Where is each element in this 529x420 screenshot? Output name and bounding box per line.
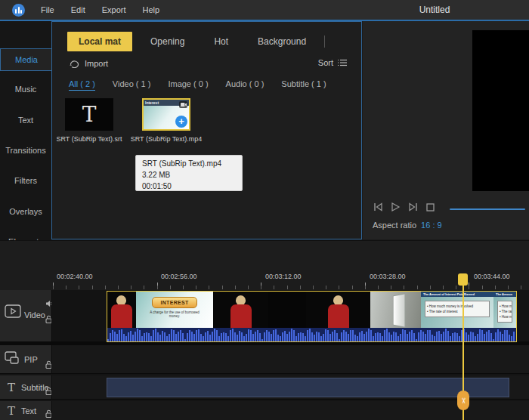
sidebar-item-overlays[interactable]: Overlays <box>0 207 51 216</box>
pip-track-label: PIP <box>24 355 38 364</box>
scissors-icon: ✂ <box>459 397 467 403</box>
video-track-icon <box>5 304 21 318</box>
ruler-timecode: 00:03:28.00 <box>370 273 406 280</box>
filter-all[interactable]: All ( 2 ) <box>69 79 95 91</box>
pip-track-lane[interactable] <box>51 345 529 374</box>
subtitle-file-icon: T <box>82 102 97 127</box>
tooltip-duration: 00:01:50 <box>142 181 236 192</box>
playhead-handle[interactable] <box>458 273 468 286</box>
import-button[interactable]: Import <box>69 58 108 68</box>
timeline-tracks: Video INTERESTA charge for the use of bo… <box>0 290 529 420</box>
filter-audio[interactable]: Audio ( 0 ) <box>226 79 264 91</box>
preview-seekbar[interactable] <box>450 208 525 210</box>
clip-segment-slide_interest: INTERESTA charge for the use of borrowed… <box>136 292 213 328</box>
media-item-srt-thumbnail[interactable]: T <box>65 98 113 131</box>
play-button[interactable] <box>389 201 401 213</box>
app-logo-icon <box>12 4 25 17</box>
media-item-video-label: SRT (SubRip Text).mp4 <box>125 135 208 143</box>
app-window: File Edit Export Help Untitled Media Mus… <box>0 0 529 420</box>
tab-opening[interactable]: Opening <box>139 32 196 51</box>
clip-segment-transition <box>370 292 421 328</box>
filter-subtitle[interactable]: Subtitle ( 1 ) <box>281 79 326 91</box>
pip-track-header: PIP <box>0 345 51 374</box>
clip-segment-slide_bullets: The Amount of Interest Paid/Earned• How … <box>421 292 493 328</box>
video-track-header: Video <box>0 290 51 342</box>
menu-export[interactable]: Export <box>94 5 135 14</box>
video-preview <box>472 30 529 191</box>
text-track-icon: T <box>8 404 15 418</box>
menu-help[interactable]: Help <box>135 5 169 14</box>
ruler-timecode: 00:03:44.00 <box>474 273 510 280</box>
filter-video[interactable]: Video ( 1 ) <box>113 79 151 91</box>
ruler-timecode: 00:03:12.00 <box>265 273 302 280</box>
timeline-ruler[interactable]: 00:02:40.00 00:02:56.00 00:03:12.00 00:0… <box>0 270 529 291</box>
media-item-tooltip: SRT (SubRip Text).mp4 3.22 MB 00:01:50 <box>135 155 243 191</box>
pip-track-icon <box>5 351 21 366</box>
text-track-header: T Text <box>0 401 51 420</box>
tab-background[interactable]: Background <box>246 32 317 51</box>
media-filter-row: All ( 2 ) Video ( 1 ) Image ( 0 ) Audio … <box>69 79 326 91</box>
ruler-minor-ticks <box>53 286 529 289</box>
sidebar-item-media[interactable]: Media <box>0 48 52 71</box>
menu-edit[interactable]: Edit <box>63 5 94 14</box>
sidebar-item-transitions[interactable]: Transitions <box>0 146 51 155</box>
import-icon <box>69 58 79 68</box>
sidebar-item-text[interactable]: Text <box>0 116 51 125</box>
edit-toolbar: ↶ ↷ ✂ Crop Zoom Mosaic Freeze Duratio <box>0 240 529 271</box>
subtitle-track-icon: T <box>8 381 15 394</box>
tooltip-filesize: 3.22 MB <box>142 169 236 181</box>
aspect-ratio-label: Aspect ratio <box>373 221 416 230</box>
video-track-label: Video <box>24 310 45 320</box>
split-scissors-handle[interactable]: ✂ <box>457 391 469 410</box>
previous-frame-button[interactable] <box>372 201 384 213</box>
sort-icon <box>337 58 348 67</box>
filter-image[interactable]: Image ( 0 ) <box>168 79 208 91</box>
video-camera-icon <box>179 101 187 108</box>
window-title: Untitled <box>348 0 521 20</box>
media-panel: Local mat Opening Hot Background Import … <box>51 21 362 239</box>
clip-segment-woman <box>107 292 136 328</box>
aspect-ratio-value[interactable]: 16 : 9 <box>421 221 442 230</box>
clip-segment-woman <box>306 292 370 328</box>
menu-file[interactable]: File <box>32 5 63 14</box>
menubar: File Edit Export Help Untitled <box>0 0 529 20</box>
audio-waveform <box>107 328 516 341</box>
media-item-video-thumbnail[interactable]: Interest + <box>142 98 190 131</box>
tab-local-mat[interactable]: Local mat <box>67 32 132 51</box>
video-clip[interactable]: INTERESTA charge for the use of borrowed… <box>107 291 517 342</box>
video-track-lane[interactable]: INTERESTA charge for the use of borrowed… <box>51 290 529 342</box>
text-track-label: Text <box>21 406 36 415</box>
tab-hot[interactable]: Hot <box>203 32 240 51</box>
sidebar-item-filters[interactable]: Filters <box>0 176 51 185</box>
import-label: Import <box>85 59 108 68</box>
aspect-ratio-row: Aspect ratio16 : 9 <box>373 221 442 230</box>
subtitle-clip[interactable] <box>107 378 509 397</box>
sidebar: Media Music Text Transitions Filters Ove… <box>0 21 51 240</box>
media-item-srt-label: SRT (SubRip Text).srt <box>48 135 131 143</box>
sort-button[interactable]: Sort <box>318 58 348 67</box>
tab-divider <box>324 36 325 48</box>
media-tabs: Local mat Opening Hot Background <box>67 32 325 51</box>
tooltip-filename: SRT (SubRip Text).mp4 <box>142 158 236 169</box>
ruler-timecode: 00:02:40.00 <box>57 273 93 280</box>
playback-controls <box>372 201 436 213</box>
clip-segment-slide_bullets2: The Amoun• How m• The rat• How m <box>493 292 516 328</box>
clip-segment-dark <box>268 292 306 328</box>
add-to-timeline-button[interactable]: + <box>175 116 187 128</box>
stop-button[interactable] <box>424 201 436 213</box>
sort-label: Sort <box>318 58 333 67</box>
preview-panel: Aspect ratio16 : 9 <box>363 21 529 239</box>
sidebar-item-music[interactable]: Music <box>0 85 51 94</box>
next-frame-button[interactable] <box>407 201 419 213</box>
subtitle-track-header: T Subtitle <box>0 375 51 400</box>
ruler-timecode: 00:02:56.00 <box>161 273 197 280</box>
clip-segment-woman <box>213 292 268 328</box>
video-clip-thumbs: INTERESTA charge for the use of borrowed… <box>107 292 516 328</box>
